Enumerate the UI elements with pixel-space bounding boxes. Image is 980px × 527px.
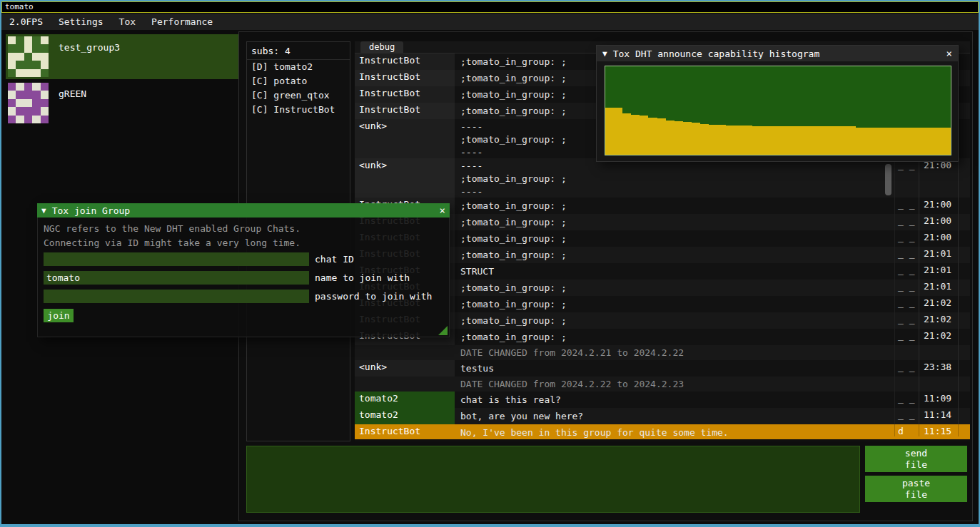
histogram-bar bbox=[942, 128, 951, 155]
message-text: ;tomato_in_group: ; bbox=[455, 198, 894, 214]
join-group-titlebar[interactable]: ▼ Tox join Group × bbox=[37, 203, 450, 218]
message-flags: _ _ bbox=[894, 329, 919, 345]
dht-histogram-titlebar[interactable]: ▼ Tox DHT announce capability histogram … bbox=[597, 46, 958, 61]
histogram-bar bbox=[821, 126, 829, 155]
avatar-pixel bbox=[8, 107, 16, 115]
avatar-pixel bbox=[16, 83, 24, 91]
avatar-pixel bbox=[24, 116, 32, 123]
window-title: tomato bbox=[5, 2, 34, 11]
join-help-text: NGC refers to the New DHT enabled Group … bbox=[38, 218, 449, 250]
join-group-window: ▼ Tox join Group × NGC refers to the New… bbox=[37, 203, 450, 337]
avatar-pixel bbox=[8, 69, 16, 77]
collapse-arrow-icon[interactable]: ▼ bbox=[602, 49, 607, 58]
sub-member-c-green-qtox[interactable]: [C] green_qtox bbox=[247, 88, 350, 103]
avatar-pixel bbox=[32, 36, 40, 44]
message-author: <unk> bbox=[355, 119, 455, 158]
sub-member-c-instructbot[interactable]: [C] InstructBot bbox=[247, 103, 350, 117]
histogram-bar bbox=[829, 126, 838, 155]
histogram-bar bbox=[614, 108, 622, 155]
message-time: 21:00 bbox=[919, 230, 959, 247]
avatar-pixel bbox=[8, 36, 16, 44]
chat-scrollbar[interactable] bbox=[885, 164, 891, 195]
sub-member-d-tomato2[interactable]: [D] tomato2 bbox=[247, 60, 350, 74]
message-time: 21:00 bbox=[919, 158, 959, 198]
menubar: 2.0FPSSettingsToxPerformance bbox=[1, 14, 979, 30]
message-text: DATE CHANGED from 2024.2.22 to 2024.2.23 bbox=[455, 377, 894, 392]
histogram-bar bbox=[726, 126, 734, 155]
chat-row[interactable]: tomato2bot, are you new here?_ _11:14 bbox=[355, 408, 970, 424]
resize-grip-icon[interactable] bbox=[438, 326, 448, 335]
histogram-bar bbox=[916, 128, 924, 155]
chat-row[interactable]: <unk>testus_ _23:38 bbox=[355, 360, 970, 377]
avatar-pixel bbox=[32, 53, 40, 61]
join-button[interactable]: join bbox=[44, 309, 74, 322]
message-time: 11:15 bbox=[919, 424, 959, 436]
collapse-arrow-icon[interactable]: ▼ bbox=[41, 206, 46, 215]
message-flags: _ _ bbox=[894, 247, 919, 263]
group-item-test-group3[interactable]: test_group3 bbox=[6, 34, 238, 79]
message-time: 21:00 bbox=[919, 214, 959, 230]
join-field-password-to-join-with[interactable] bbox=[44, 290, 309, 303]
message-text: ---- ;tomato_in_group: ; ---- bbox=[455, 158, 894, 198]
help-line: Connecting via ID might take a very long… bbox=[44, 236, 443, 250]
avatar-pixel bbox=[24, 44, 32, 52]
menu-item-tox[interactable]: Tox bbox=[111, 14, 143, 30]
message-author: tomato2 bbox=[355, 408, 455, 424]
avatar-pixel bbox=[41, 69, 49, 77]
subs-list: [D] tomato2[C] potato[C] green_qtox[C] I… bbox=[247, 60, 350, 117]
avatar-pixel bbox=[41, 36, 49, 44]
join-field-name-to-join-with[interactable]: tomato bbox=[44, 271, 309, 285]
avatar-pixel bbox=[32, 107, 40, 115]
sub-member-c-potato[interactable]: [C] potato bbox=[247, 74, 350, 88]
send-file-button[interactable]: send file bbox=[865, 446, 967, 472]
join-group-title: Tox join Group bbox=[52, 205, 131, 216]
message-text: ;tomato_in_group: ; bbox=[455, 214, 894, 230]
paste-file-button[interactable]: paste file bbox=[865, 476, 967, 502]
menu-item-performance[interactable]: Performance bbox=[143, 14, 221, 30]
message-time: 21:00 bbox=[919, 198, 959, 214]
dht-histogram-window: ▼ Tox DHT announce capability histogram … bbox=[596, 45, 959, 162]
avatar-pixel bbox=[8, 44, 16, 52]
message-text: DATE CHANGED from 2024.2.21 to 2024.2.22 bbox=[455, 345, 894, 360]
join-field-chat-id[interactable] bbox=[44, 252, 309, 266]
chat-row[interactable]: InstructBotNo, I've been in this group f… bbox=[355, 424, 970, 439]
histogram-bar bbox=[934, 128, 942, 155]
join-field-row: tomatoname to join with bbox=[44, 271, 449, 285]
histogram-bar bbox=[692, 123, 700, 155]
message-input[interactable] bbox=[246, 446, 860, 513]
histogram-bar bbox=[666, 121, 675, 155]
close-icon[interactable]: × bbox=[440, 205, 445, 216]
avatar-pixel bbox=[24, 99, 32, 107]
chat-row[interactable]: DATE CHANGED from 2024.2.22 to 2024.2.23 bbox=[355, 377, 970, 392]
close-icon[interactable]: × bbox=[946, 48, 952, 59]
chat-row[interactable]: DATE CHANGED from 2024.2.21 to 2024.2.22 bbox=[355, 345, 970, 360]
avatar-pixel bbox=[16, 69, 24, 77]
avatar-pixel bbox=[24, 83, 32, 91]
window-titlebar[interactable]: tomato bbox=[1, 1, 979, 13]
histogram-bar bbox=[675, 121, 683, 155]
avatar-pixel bbox=[16, 44, 24, 52]
message-author: InstructBot bbox=[355, 86, 455, 103]
histogram-bar bbox=[605, 108, 614, 155]
avatar-pixel bbox=[32, 83, 40, 91]
histogram-bar bbox=[873, 128, 882, 155]
histogram-bar bbox=[839, 126, 847, 155]
message-text: bot, are you new here? bbox=[455, 408, 894, 424]
message-flags: _ _ bbox=[894, 280, 919, 296]
tab-debug[interactable]: debug bbox=[360, 41, 403, 53]
message-text: ;tomato_in_group: ; bbox=[455, 296, 894, 312]
chat-row[interactable]: tomato2chat is this real?_ _11:09 bbox=[355, 392, 970, 408]
histogram-bar bbox=[804, 126, 812, 155]
histogram-bar bbox=[907, 128, 916, 155]
avatar-pixel bbox=[32, 116, 40, 123]
avatar-pixel bbox=[24, 91, 32, 98]
avatar-pixel bbox=[41, 99, 49, 107]
group-item-green[interactable]: gREEN bbox=[6, 81, 238, 126]
chat-row[interactable]: <unk>---- ;tomato_in_group: ; ----_ _21:… bbox=[355, 158, 970, 198]
message-time: 21:01 bbox=[919, 280, 959, 296]
menu-item-settings[interactable]: Settings bbox=[51, 14, 111, 30]
histogram-bar bbox=[717, 125, 726, 155]
avatar-pixel bbox=[16, 61, 24, 68]
message-time: 11:09 bbox=[919, 392, 959, 408]
join-field-row: chat ID bbox=[44, 252, 449, 266]
